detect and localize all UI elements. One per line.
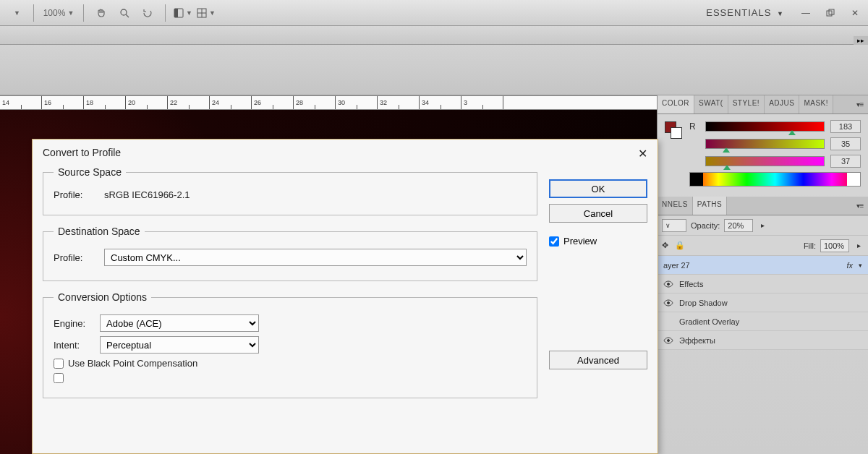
black-point-checkbox[interactable] xyxy=(54,359,64,369)
ruler-tick: 22 xyxy=(168,96,210,109)
horizontal-ruler: 14 16 18 20 22 24 26 28 30 32 34 3 xyxy=(0,95,657,110)
ok-button[interactable]: OK xyxy=(549,179,647,198)
fill-input[interactable]: 100% xyxy=(820,239,849,252)
tab-styles[interactable]: STYLE! xyxy=(728,95,765,113)
visibility-icon[interactable] xyxy=(663,279,673,289)
source-space-legend: Source Space xyxy=(54,166,126,178)
opacity-flyout-icon[interactable]: ▸ xyxy=(757,221,767,229)
ruler-tick: 3 xyxy=(461,96,503,109)
black-point-label: Use Black Point Compensation xyxy=(68,358,197,369)
layer-name: ayer 27 xyxy=(663,261,690,270)
red-slider[interactable] xyxy=(705,121,825,132)
destination-space-group: Destination Space Profile: Custom CMYK..… xyxy=(43,226,537,281)
fx-expand-icon[interactable]: ▾ xyxy=(859,262,862,269)
tab-paths[interactable]: PATHS xyxy=(693,197,727,215)
conversion-options-legend: Conversion Options xyxy=(54,291,151,303)
blend-mode-select[interactable]: ∨ xyxy=(662,219,686,232)
panel-menu-icon[interactable]: ▾≡ xyxy=(852,95,868,113)
effects-label: Эффекты xyxy=(679,336,715,345)
tab-swatches[interactable]: SWAT( xyxy=(694,95,728,113)
tab-masks[interactable]: MASK! xyxy=(799,95,833,113)
visibility-icon[interactable] xyxy=(663,335,673,346)
fg-bg-swatch[interactable] xyxy=(665,121,682,139)
destination-profile-select[interactable]: Custom CMYK... xyxy=(104,249,527,266)
opacity-input[interactable]: 20% xyxy=(724,219,753,232)
rotate-view-icon[interactable] xyxy=(137,3,158,23)
lock-icons[interactable]: ✥ 🔒 xyxy=(662,241,687,250)
advanced-button[interactable]: Advanced xyxy=(549,351,647,369)
spectrum-ramp[interactable] xyxy=(689,172,861,187)
ruler-tick: 32 xyxy=(378,96,420,109)
svg-rect-2 xyxy=(174,9,178,17)
ruler-tick: 28 xyxy=(294,96,336,109)
ruler-tick: 24 xyxy=(210,96,252,109)
engine-label: Engine: xyxy=(54,318,93,329)
separator xyxy=(83,4,84,22)
collapse-icon[interactable]: ▸▸ xyxy=(854,36,868,45)
red-value-input[interactable]: 183 xyxy=(830,120,861,133)
close-panels-icon[interactable]: ✕ xyxy=(846,5,864,21)
cancel-button[interactable]: Cancel xyxy=(549,204,647,223)
effects-header-row[interactable]: Эффекты xyxy=(658,331,868,350)
intent-select[interactable]: Perceptual xyxy=(100,336,259,354)
engine-select[interactable]: Adobe (ACE) xyxy=(100,314,259,332)
color-panel-body: R 183 35 37 xyxy=(658,114,868,192)
arrange-documents-dropdown[interactable]: ▼ xyxy=(196,3,216,23)
fx-badge[interactable]: fx xyxy=(846,261,853,270)
svg-point-8 xyxy=(668,339,670,341)
effect-name: Gradient Overlay xyxy=(679,317,739,326)
destination-profile-label: Profile: xyxy=(54,252,97,263)
tool-preset-dropdown[interactable]: ▼ xyxy=(6,3,26,23)
layer-row[interactable]: ayer 27 fx ▾ xyxy=(658,256,868,275)
zoom-level-dropdown[interactable]: 100%▼ xyxy=(41,3,76,23)
green-slider[interactable] xyxy=(705,139,825,149)
preview-checkbox[interactable] xyxy=(549,236,559,247)
tab-adjustments[interactable]: ADJUS xyxy=(765,95,799,113)
source-space-group: Source Space Profile: sRGB IEC61966-2.1 xyxy=(43,166,537,215)
green-value-input[interactable]: 35 xyxy=(830,137,861,150)
blue-slider[interactable] xyxy=(705,156,825,166)
fill-flyout-icon[interactable]: ▸ xyxy=(854,241,864,249)
destination-space-legend: Destination Space xyxy=(54,226,145,237)
maximize-panels-icon[interactable] xyxy=(822,5,839,21)
svg-point-7 xyxy=(668,301,670,304)
options-toolbar: ▼ 100%▼ ▼ ▼ ESSENTIALS ▼ — ✕ xyxy=(0,0,868,26)
effect-gradientoverlay-row[interactable]: Gradient Overlay xyxy=(658,312,868,331)
collapse-panels-icon[interactable]: — xyxy=(797,5,814,21)
effects-header-row[interactable]: Effects xyxy=(658,275,868,294)
intent-label: Intent: xyxy=(54,340,93,351)
layers-tabstrip: NNELS PATHS ▾≡ xyxy=(658,197,868,215)
effects-label: Effects xyxy=(679,280,703,288)
separator xyxy=(33,4,34,22)
svg-point-6 xyxy=(668,283,670,285)
ruler-tick: 34 xyxy=(420,96,461,109)
close-icon[interactable]: ✕ xyxy=(638,147,647,160)
ruler-tick: 14 xyxy=(0,96,42,109)
color-panel-tabstrip: COLOR SWAT( STYLE! ADJUS MASK! ▾≡ xyxy=(658,95,868,114)
screen-mode-dropdown[interactable]: ▼ xyxy=(173,3,193,23)
right-panel-dock: COLOR SWAT( STYLE! ADJUS MASK! ▾≡ R 183 … xyxy=(657,95,868,454)
ruler-tick: 26 xyxy=(252,96,294,109)
effect-dropshadow-row[interactable]: Drop Shadow xyxy=(658,294,868,312)
panel-menu-icon[interactable]: ▾≡ xyxy=(852,197,868,215)
dither-checkbox[interactable] xyxy=(54,373,64,383)
tab-channels[interactable]: NNELS xyxy=(658,197,693,215)
zoom-tool-icon[interactable] xyxy=(114,3,135,23)
doc-tab-strip: ▸▸ xyxy=(0,45,868,95)
layers-panel-body: ∨ Opacity: 20% ▸ ✥ 🔒 Fill: 100% ▸ ayer 2… xyxy=(658,215,868,350)
ruler-tick: 20 xyxy=(126,96,168,109)
hand-tool-icon[interactable] xyxy=(91,3,111,23)
workspace-switcher[interactable]: ESSENTIALS ▼ xyxy=(700,4,790,21)
visibility-icon[interactable] xyxy=(663,298,673,308)
ruler-tick: 18 xyxy=(84,96,126,109)
tab-color[interactable]: COLOR xyxy=(658,95,694,113)
ruler-tick: 16 xyxy=(42,96,84,109)
conversion-options-group: Conversion Options Engine: Adobe (ACE) I… xyxy=(43,291,537,398)
fill-label: Fill: xyxy=(804,241,816,250)
red-channel-label: R xyxy=(689,121,699,132)
dialog-title: Convert to Profile xyxy=(43,147,121,160)
source-profile-label: Profile: xyxy=(54,189,97,200)
opacity-label: Opacity: xyxy=(691,221,720,230)
blue-value-input[interactable]: 37 xyxy=(830,155,861,168)
effect-name: Drop Shadow xyxy=(679,299,728,307)
